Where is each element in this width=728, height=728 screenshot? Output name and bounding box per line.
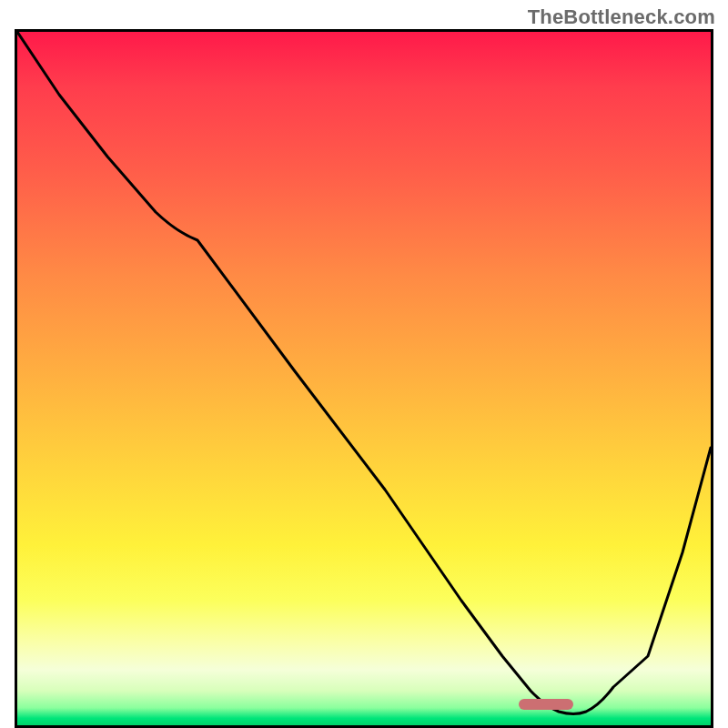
bottleneck-curve (17, 32, 711, 725)
chart-frame (15, 29, 713, 728)
optimal-range-marker (519, 699, 573, 710)
watermark-text: TheBottleneck.com (528, 5, 715, 29)
bottleneck-curve-path (17, 32, 711, 714)
